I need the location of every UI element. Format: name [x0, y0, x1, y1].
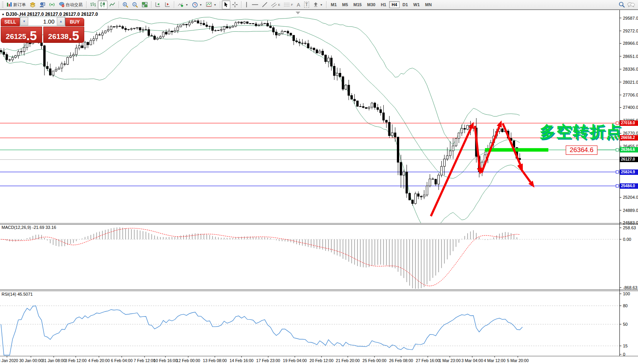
- buy-button[interactable]: BUY: [65, 18, 84, 26]
- price-tick-label: 28336.0: [623, 67, 638, 71]
- time-axis-label: 31 Jan 08:00: [42, 358, 66, 363]
- indicator-axis-label: 80: [623, 303, 628, 308]
- time-axis-label: 10 Feb 16:00: [153, 358, 177, 363]
- time-axis-label: 21 Feb 20:00: [336, 358, 360, 363]
- indicator-axis-label: 50: [623, 322, 628, 327]
- price-level-box: 25824.9: [620, 169, 638, 175]
- buy-price-dec: .5: [68, 30, 79, 42]
- time-axis-label: 12 Feb 00:00: [176, 358, 200, 363]
- volume-box: ▼ ▲: [20, 17, 65, 26]
- indicator-axis-label: 0: [623, 352, 625, 357]
- time-axis-label: 20 Feb 12:00: [310, 358, 333, 363]
- price-tick-label: 24583.0: [623, 220, 638, 225]
- time-axis-label: 4 Mar 12:00: [484, 358, 505, 363]
- price-level-box: 26364.6: [620, 147, 638, 152]
- buy-price-display[interactable]: 26138 .5: [43, 27, 85, 43]
- price-tick-label: 24889.0: [623, 208, 638, 213]
- sell-button[interactable]: SELL: [1, 18, 20, 26]
- sell-price-dec: .5: [26, 30, 37, 42]
- time-axis-label: 30 Jan 00:00: [19, 358, 43, 363]
- one-click-trade-panel: SELL ▼ ▲ BUY 26125 .5 26138 .5: [1, 17, 84, 43]
- indicator-axis-label: 15: [623, 344, 628, 348]
- price-tick-label: 27400.0: [623, 105, 638, 110]
- time-axis-label: 7 Feb 12:00: [134, 358, 155, 363]
- volume-input[interactable]: [28, 17, 57, 25]
- time-axis-label: 19 Feb 04:00: [283, 358, 307, 363]
- volume-increase-button[interactable]: ▲: [57, 17, 65, 25]
- price-tick-label: 28966.0: [623, 41, 638, 46]
- time-axis-label: 1 Mar 23:00: [439, 358, 461, 363]
- price-tick-label: 27706.0: [623, 93, 638, 97]
- chart-title: ▲ DJ30-,H4 26127.0 26127.0 26127.0 26127…: [2, 12, 98, 17]
- volume-decrease-button[interactable]: ▼: [20, 17, 28, 25]
- chart-shift-marker[interactable]: [296, 12, 300, 14]
- price-tick-label: 29587.0: [623, 16, 638, 20]
- buy-price-int: 26138: [48, 32, 69, 42]
- chart-canvas[interactable]: [0, 0, 638, 364]
- sell-price-display[interactable]: 26125 .5: [1, 27, 42, 43]
- indicator-axis-label: 100: [623, 291, 630, 296]
- price-level-box: 27018.0: [620, 120, 638, 126]
- time-axis-label: 5 Mar 20:00: [507, 358, 529, 363]
- price-tick-label: 28021.0: [623, 80, 638, 85]
- indicator-axis-label: 258.63: [623, 225, 636, 230]
- macd-label: MACD(12,26,9) -21.69 33.16: [2, 225, 56, 230]
- time-axis-label: 4 Feb 20:00: [88, 358, 110, 363]
- time-axis-label: 3 Mar 04:00: [461, 358, 483, 363]
- time-axis-label: 28 Jan 2020: [0, 358, 18, 363]
- time-axis-label: 3 Feb 12:00: [65, 358, 87, 363]
- rsi-label: RSI(14) 45.5071: [2, 292, 33, 296]
- price-tick-label: 25204.0: [623, 195, 638, 200]
- time-axis-label: 25 Feb 00:00: [362, 358, 386, 363]
- price-tag-annotation: 26364.6: [566, 146, 597, 155]
- time-axis-label: 26 Feb 08:00: [389, 358, 413, 363]
- time-axis-label: 14 Feb 16:00: [230, 358, 253, 363]
- price-level-box: 25484.0: [620, 183, 638, 189]
- time-axis-label: 27 Feb 16:00: [416, 358, 440, 363]
- symbol-triangle-icon: ▲: [2, 12, 5, 16]
- time-axis-label: 13 Feb 08:00: [203, 358, 227, 363]
- indicator-axis-label: 0.00: [623, 237, 631, 242]
- time-axis-label: 6 Feb 04:00: [111, 358, 133, 363]
- price-level-box: 26658.2: [620, 135, 638, 141]
- mt4-window: 新订单 自动交易: [0, 0, 638, 364]
- symbol-timeframe: DJ30-,H4: [6, 12, 26, 17]
- time-axis-label: 17 Feb 23:00: [256, 358, 280, 363]
- price-tick-label: 29272.0: [623, 29, 638, 33]
- current-price-box: 26127.0: [620, 157, 638, 162]
- sell-price-int: 26125: [6, 32, 26, 42]
- ohlc-values: 26127.0 26127.0 26127.0 26127.0: [27, 12, 98, 17]
- price-tick-label: 28651.0: [623, 54, 638, 59]
- turning-point-annotation: 多空转折点: [539, 121, 623, 142]
- indicator-axis-label: -868.63: [623, 285, 637, 290]
